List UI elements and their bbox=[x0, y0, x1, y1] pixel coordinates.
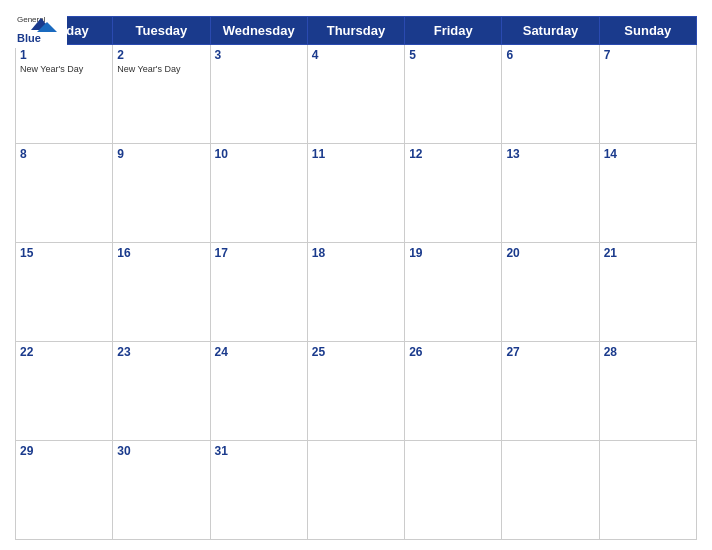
calendar-cell: 12 bbox=[405, 144, 502, 243]
calendar-cell: 3 bbox=[210, 45, 307, 144]
calendar-cell: 6 bbox=[502, 45, 599, 144]
calendar-week-row: 1New Year's Day2New Year's Day34567 bbox=[16, 45, 697, 144]
day-number: 16 bbox=[117, 246, 205, 260]
day-number: 21 bbox=[604, 246, 692, 260]
calendar-cell: 24 bbox=[210, 342, 307, 441]
weekday-header-wednesday: Wednesday bbox=[210, 17, 307, 45]
day-number: 14 bbox=[604, 147, 692, 161]
calendar-cell: 26 bbox=[405, 342, 502, 441]
calendar-cell: 10 bbox=[210, 144, 307, 243]
calendar-cell: 28 bbox=[599, 342, 696, 441]
day-number: 27 bbox=[506, 345, 594, 359]
logo: General Blue bbox=[15, 10, 67, 48]
weekday-header-sunday: Sunday bbox=[599, 17, 696, 45]
day-number: 5 bbox=[409, 48, 497, 62]
day-number: 1 bbox=[20, 48, 108, 62]
calendar-cell: 7 bbox=[599, 45, 696, 144]
day-number: 19 bbox=[409, 246, 497, 260]
calendar-cell bbox=[502, 441, 599, 540]
calendar-cell: 19 bbox=[405, 243, 502, 342]
calendar-week-row: 15161718192021 bbox=[16, 243, 697, 342]
calendar-cell: 5 bbox=[405, 45, 502, 144]
day-number: 23 bbox=[117, 345, 205, 359]
day-number: 15 bbox=[20, 246, 108, 260]
day-number: 13 bbox=[506, 147, 594, 161]
day-number: 26 bbox=[409, 345, 497, 359]
weekday-header-saturday: Saturday bbox=[502, 17, 599, 45]
day-number: 3 bbox=[215, 48, 303, 62]
calendar-cell: 20 bbox=[502, 243, 599, 342]
day-number: 22 bbox=[20, 345, 108, 359]
calendar-cell: 8 bbox=[16, 144, 113, 243]
calendar-week-row: 891011121314 bbox=[16, 144, 697, 243]
calendar-cell: 29 bbox=[16, 441, 113, 540]
calendar-cell: 30 bbox=[113, 441, 210, 540]
day-number: 31 bbox=[215, 444, 303, 458]
day-number: 4 bbox=[312, 48, 400, 62]
calendar-wrapper: General Blue MondayTuesdayWednesdayThurs… bbox=[0, 0, 712, 550]
calendar-cell bbox=[405, 441, 502, 540]
calendar-cell: 31 bbox=[210, 441, 307, 540]
calendar-cell: 27 bbox=[502, 342, 599, 441]
calendar-cell: 25 bbox=[307, 342, 404, 441]
calendar-cell: 13 bbox=[502, 144, 599, 243]
day-number: 6 bbox=[506, 48, 594, 62]
calendar-cell: 15 bbox=[16, 243, 113, 342]
day-number: 28 bbox=[604, 345, 692, 359]
holiday-label: New Year's Day bbox=[20, 64, 108, 75]
day-number: 7 bbox=[604, 48, 692, 62]
calendar-cell: 14 bbox=[599, 144, 696, 243]
day-number: 29 bbox=[20, 444, 108, 458]
svg-text:Blue: Blue bbox=[17, 32, 41, 44]
calendar-cell: 17 bbox=[210, 243, 307, 342]
day-number: 10 bbox=[215, 147, 303, 161]
calendar-cell: 1New Year's Day bbox=[16, 45, 113, 144]
calendar-cell: 11 bbox=[307, 144, 404, 243]
calendar-week-row: 293031 bbox=[16, 441, 697, 540]
calendar-cell: 2New Year's Day bbox=[113, 45, 210, 144]
weekday-header-tuesday: Tuesday bbox=[113, 17, 210, 45]
day-number: 2 bbox=[117, 48, 205, 62]
day-number: 11 bbox=[312, 147, 400, 161]
weekday-header-thursday: Thursday bbox=[307, 17, 404, 45]
calendar-cell: 18 bbox=[307, 243, 404, 342]
calendar-cell bbox=[599, 441, 696, 540]
day-number: 17 bbox=[215, 246, 303, 260]
holiday-label: New Year's Day bbox=[117, 64, 205, 75]
day-number: 24 bbox=[215, 345, 303, 359]
day-number: 8 bbox=[20, 147, 108, 161]
calendar-cell: 21 bbox=[599, 243, 696, 342]
day-number: 20 bbox=[506, 246, 594, 260]
calendar-cell: 4 bbox=[307, 45, 404, 144]
weekday-header-friday: Friday bbox=[405, 17, 502, 45]
calendar-cell: 23 bbox=[113, 342, 210, 441]
weekday-header-row: MondayTuesdayWednesdayThursdayFridaySatu… bbox=[16, 17, 697, 45]
calendar-table: MondayTuesdayWednesdayThursdayFridaySatu… bbox=[15, 16, 697, 540]
calendar-week-row: 22232425262728 bbox=[16, 342, 697, 441]
logo-icon: General Blue bbox=[15, 10, 67, 48]
calendar-cell: 22 bbox=[16, 342, 113, 441]
calendar-cell: 9 bbox=[113, 144, 210, 243]
day-number: 9 bbox=[117, 147, 205, 161]
day-number: 12 bbox=[409, 147, 497, 161]
day-number: 30 bbox=[117, 444, 205, 458]
day-number: 18 bbox=[312, 246, 400, 260]
day-number: 25 bbox=[312, 345, 400, 359]
calendar-cell: 16 bbox=[113, 243, 210, 342]
calendar-cell bbox=[307, 441, 404, 540]
